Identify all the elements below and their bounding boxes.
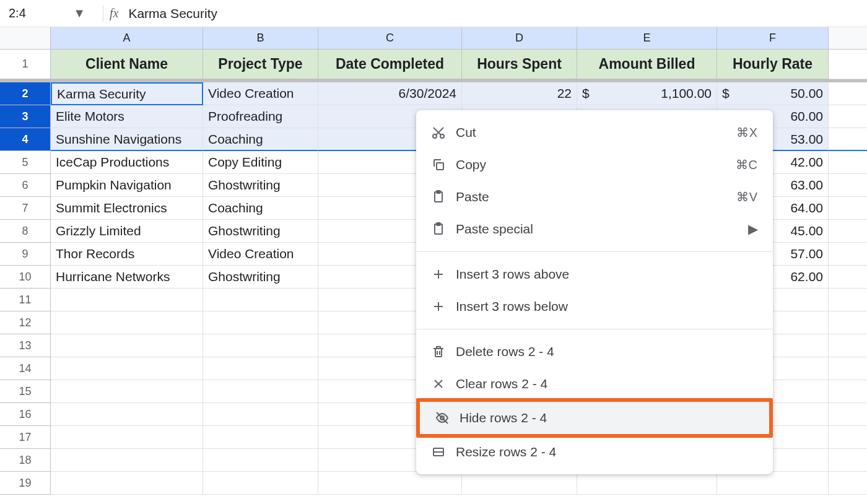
cell-type[interactable]: Video Creation bbox=[203, 82, 318, 105]
cell-type[interactable]: Ghostwriting bbox=[203, 174, 318, 197]
plus-icon bbox=[431, 267, 456, 282]
menu-cut[interactable]: Cut ⌘X bbox=[416, 116, 773, 149]
row-header[interactable]: 6 bbox=[0, 174, 51, 197]
cell-amount[interactable]: $1,100.00 bbox=[577, 82, 717, 105]
cell-client[interactable]: Grizzly Limited bbox=[51, 220, 203, 243]
menu-copy[interactable]: Copy ⌘C bbox=[416, 149, 773, 181]
cell[interactable] bbox=[51, 334, 203, 357]
cell-client[interactable]: IceCap Productions bbox=[51, 151, 203, 174]
row-header[interactable]: 4 bbox=[0, 128, 51, 151]
menu-resize[interactable]: Resize rows 2 - 4 bbox=[416, 436, 773, 468]
header-amount[interactable]: Amount Billed bbox=[577, 50, 717, 79]
cell[interactable] bbox=[51, 403, 203, 426]
cell[interactable] bbox=[203, 357, 318, 380]
cell-type[interactable]: Ghostwriting bbox=[203, 220, 318, 243]
cell-type[interactable]: Video Creation bbox=[203, 243, 318, 266]
cell-hours[interactable]: 22 bbox=[462, 82, 577, 105]
cell-client[interactable]: Summit Electronics bbox=[51, 197, 203, 220]
row-header[interactable]: 13 bbox=[0, 334, 51, 357]
menu-clear[interactable]: Clear rows 2 - 4 bbox=[416, 368, 773, 400]
cell[interactable] bbox=[203, 403, 318, 426]
cell[interactable] bbox=[717, 472, 829, 495]
row-header[interactable]: 12 bbox=[0, 311, 51, 334]
cell[interactable] bbox=[51, 426, 203, 449]
menu-delete[interactable]: Delete rows 2 - 4 bbox=[416, 336, 773, 368]
menu-insert-above[interactable]: Insert 3 rows above bbox=[416, 258, 773, 290]
menu-separator bbox=[416, 251, 773, 252]
menu-label: Paste bbox=[456, 189, 736, 204]
row-header[interactable]: 7 bbox=[0, 197, 51, 220]
cell[interactable] bbox=[203, 426, 318, 449]
trash-icon bbox=[431, 344, 456, 359]
cell-type[interactable]: Coaching bbox=[203, 128, 318, 151]
cell-client[interactable]: Karma Security bbox=[51, 82, 203, 105]
row-header[interactable]: 11 bbox=[0, 289, 51, 311]
menu-label: Delete rows 2 - 4 bbox=[456, 344, 758, 359]
cell-date[interactable]: 6/30/2024 bbox=[318, 82, 462, 105]
row-header[interactable]: 18 bbox=[0, 449, 51, 472]
formula-value[interactable]: Karma Security bbox=[128, 6, 217, 21]
menu-paste[interactable]: Paste ⌘V bbox=[416, 181, 773, 213]
row-header[interactable]: 15 bbox=[0, 380, 51, 403]
header-type[interactable]: Project Type bbox=[203, 50, 318, 79]
cell[interactable] bbox=[203, 449, 318, 472]
col-header-empty bbox=[829, 27, 867, 50]
cell-type[interactable]: Ghostwriting bbox=[203, 266, 318, 289]
cell-client[interactable]: Elite Motors bbox=[51, 105, 203, 128]
cell-rate[interactable]: $50.00 bbox=[717, 82, 829, 105]
cell[interactable] bbox=[51, 289, 203, 311]
select-all-corner[interactable] bbox=[0, 27, 51, 50]
row-header[interactable]: 5 bbox=[0, 151, 51, 174]
fx-icon[interactable]: fx bbox=[110, 6, 118, 20]
row-header[interactable]: 9 bbox=[0, 243, 51, 266]
menu-shortcut: ⌘V bbox=[736, 189, 758, 204]
cell[interactable] bbox=[51, 357, 203, 380]
cell[interactable] bbox=[51, 449, 203, 472]
row-header[interactable]: 8 bbox=[0, 220, 51, 243]
col-header-e[interactable]: E bbox=[577, 27, 717, 50]
row-header[interactable]: 14 bbox=[0, 357, 51, 380]
cell[interactable] bbox=[462, 472, 577, 495]
menu-paste-special[interactable]: Paste special ▶ bbox=[416, 213, 773, 245]
cell[interactable] bbox=[51, 311, 203, 334]
svg-rect-4 bbox=[437, 163, 443, 170]
cell[interactable] bbox=[203, 334, 318, 357]
cell[interactable] bbox=[203, 311, 318, 334]
col-header-f[interactable]: F bbox=[717, 27, 829, 50]
cell-client[interactable]: Pumpkin Navigation bbox=[51, 174, 203, 197]
cell[interactable] bbox=[51, 380, 203, 403]
row-header[interactable]: 10 bbox=[0, 266, 51, 289]
cell-client[interactable]: Sunshine Navigations bbox=[51, 128, 203, 151]
menu-insert-below[interactable]: Insert 3 rows below bbox=[416, 290, 773, 323]
cell-type[interactable]: Copy Editing bbox=[203, 151, 318, 174]
name-box[interactable]: 2:4 ▼ bbox=[4, 4, 97, 23]
cell-client[interactable]: Hurricane Networks bbox=[51, 266, 203, 289]
row-header[interactable]: 17 bbox=[0, 426, 51, 449]
header-client[interactable]: Client Name bbox=[51, 50, 203, 79]
cell[interactable] bbox=[51, 472, 203, 495]
cell[interactable] bbox=[203, 380, 318, 403]
row-header[interactable]: 3 bbox=[0, 105, 51, 128]
header-date[interactable]: Date Completed bbox=[318, 50, 462, 79]
menu-hide[interactable]: Hide rows 2 - 4 bbox=[420, 402, 769, 434]
header-hours[interactable]: Hours Spent bbox=[462, 50, 577, 79]
col-header-d[interactable]: D bbox=[462, 27, 577, 50]
cell[interactable] bbox=[203, 472, 318, 495]
row-header[interactable]: 19 bbox=[0, 472, 51, 495]
col-header-a[interactable]: A bbox=[51, 27, 203, 50]
cell-client[interactable]: Thor Records bbox=[51, 243, 203, 266]
col-header-c[interactable]: C bbox=[318, 27, 462, 50]
menu-separator bbox=[416, 329, 773, 329]
cell[interactable] bbox=[203, 289, 318, 311]
row-header[interactable]: 2 bbox=[0, 82, 51, 105]
header-rate[interactable]: Hourly Rate bbox=[717, 50, 829, 79]
col-header-b[interactable]: B bbox=[203, 27, 318, 50]
cell[interactable] bbox=[577, 472, 717, 495]
dropdown-icon[interactable]: ▼ bbox=[73, 6, 85, 20]
cell[interactable] bbox=[318, 472, 462, 495]
svg-point-1 bbox=[440, 134, 444, 138]
cell-type[interactable]: Proofreading bbox=[203, 105, 318, 128]
row-header-1[interactable]: 1 bbox=[0, 50, 51, 79]
row-header[interactable]: 16 bbox=[0, 403, 51, 426]
cell-type[interactable]: Coaching bbox=[203, 197, 318, 220]
